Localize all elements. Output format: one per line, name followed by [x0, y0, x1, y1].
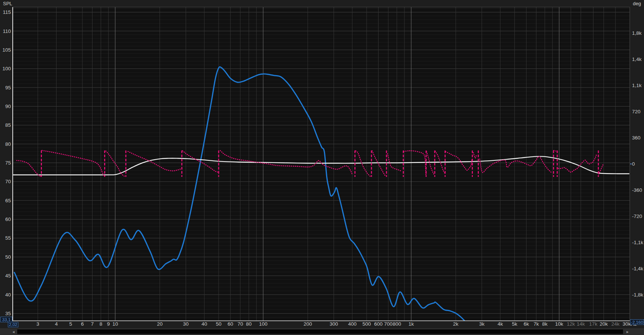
svg-text:10: 10 — [112, 321, 118, 327]
svg-text:10k: 10k — [555, 321, 564, 327]
svg-text:14k: 14k — [577, 321, 585, 327]
svg-text:7k: 7k — [534, 321, 539, 327]
svg-text:300: 300 — [329, 321, 338, 327]
svg-text:100: 100 — [259, 321, 268, 327]
svg-text:80: 80 — [246, 321, 252, 327]
svg-text:2k: 2k — [453, 321, 459, 327]
svg-text:-1,1k: -1,1k — [632, 240, 643, 245]
svg-text:24k: 24k — [611, 321, 620, 327]
svg-text:105: 105 — [2, 47, 11, 53]
scroll-left-arrow-icon[interactable]: ◂ — [10, 328, 16, 335]
svg-text:33,1: 33,1 — [2, 317, 10, 322]
svg-text:20k: 20k — [600, 321, 608, 327]
svg-text:115: 115 — [3, 9, 11, 15]
svg-text:600: 600 — [374, 321, 383, 327]
svg-text:40: 40 — [5, 292, 11, 298]
plot-background — [13, 7, 630, 321]
svg-text:-1,4k: -1,4k — [632, 266, 643, 271]
svg-text:5k: 5k — [512, 321, 517, 327]
svg-text:-2,160: -2,160 — [631, 320, 643, 325]
svg-text:45: 45 — [5, 273, 11, 279]
svg-text:6: 6 — [81, 321, 84, 327]
svg-text:90: 90 — [5, 104, 11, 109]
svg-text:60: 60 — [5, 216, 11, 222]
svg-text:200: 200 — [304, 321, 312, 327]
svg-text:1,4k: 1,4k — [632, 56, 642, 62]
svg-text:50: 50 — [216, 321, 221, 327]
svg-text:7: 7 — [91, 321, 94, 327]
svg-text:700: 700 — [384, 321, 393, 327]
svg-text:95: 95 — [5, 85, 11, 90]
svg-text:65: 65 — [5, 198, 11, 203]
freq-axis-labels: 3456789102030405060708010020030040050060… — [36, 321, 637, 327]
spl-axis-labels: 11511010510095908580757065605550454035 — [2, 9, 11, 316]
svg-text:1,8k: 1,8k — [632, 30, 642, 36]
svg-text:5: 5 — [69, 321, 72, 327]
svg-text:3k: 3k — [479, 321, 485, 327]
svg-text:70: 70 — [237, 321, 243, 327]
svg-text:6k: 6k — [524, 321, 529, 327]
svg-text:40: 40 — [201, 321, 207, 327]
svg-text:4: 4 — [55, 321, 58, 327]
svg-text:2,02: 2,02 — [9, 322, 17, 327]
scroll-right-arrow-icon[interactable]: ▸ — [625, 328, 631, 335]
svg-text:-360: -360 — [632, 187, 642, 193]
svg-text:30: 30 — [183, 321, 189, 327]
svg-text:75: 75 — [5, 160, 11, 166]
svg-text:0: 0 — [632, 161, 635, 167]
chart-svg: 115110105100959085807570656055504540351,… — [0, 0, 644, 328]
svg-text:800: 800 — [393, 321, 401, 327]
svg-text:100: 100 — [2, 66, 11, 71]
svg-text:400: 400 — [348, 321, 357, 327]
svg-text:70: 70 — [5, 179, 11, 184]
svg-text:20: 20 — [157, 321, 162, 327]
deg-edge-value: -2,160 — [631, 320, 644, 325]
svg-text:360: 360 — [632, 135, 641, 141]
svg-text:55: 55 — [5, 235, 11, 241]
svg-text:1,1k: 1,1k — [632, 83, 642, 88]
scrollbar-track[interactable] — [17, 329, 623, 334]
svg-text:-1,8k: -1,8k — [632, 292, 643, 298]
svg-text:1k: 1k — [408, 321, 414, 327]
svg-text:8: 8 — [100, 321, 103, 327]
svg-text:4k: 4k — [498, 321, 503, 327]
svg-text:60: 60 — [228, 321, 233, 327]
svg-text:12k: 12k — [567, 321, 575, 327]
deg-axis-labels: 1,8k1,4k1,1k7203600-360-720-1,1k-1,4k-1,… — [632, 30, 643, 297]
svg-text:35: 35 — [5, 311, 11, 316]
horizontal-scrollbar[interactable]: ◂ ▸ — [0, 328, 644, 335]
svg-text:9: 9 — [107, 321, 110, 327]
svg-text:50: 50 — [5, 254, 11, 260]
svg-text:17k: 17k — [589, 321, 598, 327]
svg-text:85: 85 — [5, 122, 11, 128]
svg-text:8k: 8k — [542, 321, 548, 327]
freq-edge-value: 2,02 — [8, 322, 18, 328]
svg-text:80: 80 — [5, 141, 11, 147]
svg-text:3: 3 — [36, 321, 39, 327]
svg-text:500: 500 — [362, 321, 371, 327]
spl-edge-value: 33,1 — [1, 317, 12, 322]
spl-phase-chart[interactable]: 115110105100959085807570656055504540351,… — [0, 0, 644, 328]
svg-text:-720: -720 — [632, 213, 642, 219]
svg-text:110: 110 — [3, 28, 11, 34]
svg-text:720: 720 — [632, 109, 641, 114]
